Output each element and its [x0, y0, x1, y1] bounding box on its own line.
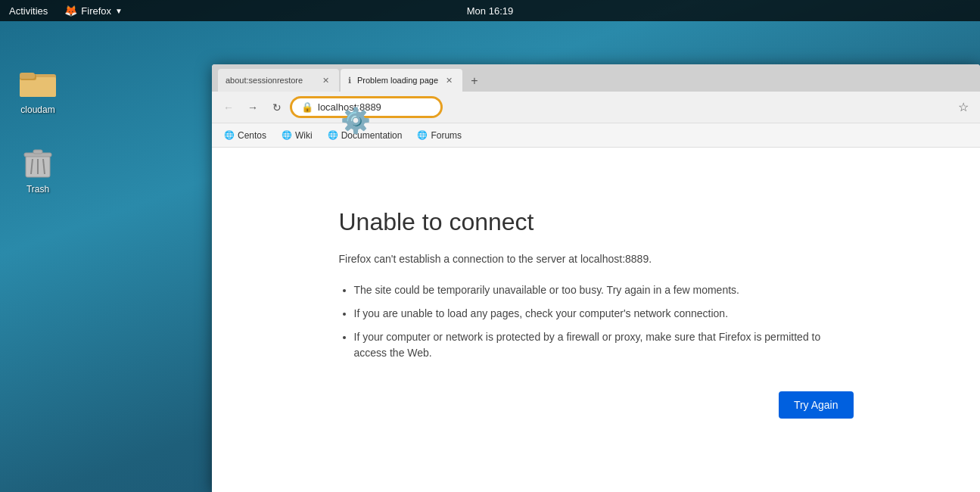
page-content: Unable to connect Firefox can't establis…	[212, 148, 980, 492]
error-bullet-3: If your computer or network is protected…	[354, 329, 854, 361]
cloudam-label: cloudam	[20, 104, 54, 115]
system-clock: Mon 16:19	[467, 5, 513, 17]
firefox-label: Firefox	[81, 5, 111, 17]
bookmark-centos-icon: 🌐	[224, 130, 235, 140]
bookmark-wiki-icon: 🌐	[282, 130, 292, 140]
bookmark-forums[interactable]: 🌐 Forums	[411, 128, 468, 143]
bookmark-doc-icon: 🌐	[328, 130, 338, 140]
bookmark-centos[interactable]: 🌐 Centos	[218, 128, 272, 143]
bookmark-wiki-label: Wiki	[295, 130, 313, 141]
bookmark-forums-label: Forums	[431, 130, 462, 141]
address-bar-wrapper: 🔒 localhost:8889	[291, 97, 950, 117]
system-bar: Activities 🦊 Firefox ▼ Mon 16:19	[0, 0, 980, 21]
bookmark-forums-icon: 🌐	[417, 130, 428, 140]
error-bullet-1: The site could be temporarily unavailabl…	[354, 282, 854, 298]
trash-icon	[20, 145, 56, 181]
tab-problem-close[interactable]: ✕	[443, 74, 455, 86]
trash-label: Trash	[26, 184, 49, 195]
bookmark-centos-label: Centos	[238, 130, 266, 141]
desktop-icon-cloudam[interactable]: cloudam	[15, 61, 61, 120]
forward-button[interactable]: →	[242, 97, 263, 118]
error-description: Firefox can't establish a connection to …	[339, 251, 854, 267]
tab-problem[interactable]: ℹ Problem loading page ✕	[341, 69, 462, 92]
error-title: Unable to connect	[339, 208, 854, 236]
desktop-icon-trash[interactable]: Trash	[15, 140, 61, 199]
error-container: Unable to connect Firefox can't establis…	[309, 208, 884, 419]
try-again-button[interactable]: Try Again	[779, 391, 854, 419]
error-list: The site could be temporarily unavailabl…	[354, 282, 854, 361]
tab-session[interactable]: about:sessionrestore ✕	[218, 69, 339, 92]
firefox-icon: 🦊	[64, 5, 77, 17]
firefox-menu-button[interactable]: 🦊 Firefox ▼	[57, 0, 130, 21]
address-bar-shield-icon: 🔒	[301, 101, 313, 113]
firefox-dropdown-arrow: ▼	[115, 7, 123, 15]
tab-session-label: about:sessionrestore	[226, 76, 303, 85]
error-bullet-2: If you are unable to load any pages, che…	[354, 306, 854, 322]
bookmark-wiki[interactable]: 🌐 Wiki	[275, 128, 319, 143]
svg-rect-6	[33, 150, 42, 154]
svg-rect-3	[20, 73, 35, 79]
reload-button[interactable]: ↻	[266, 97, 288, 118]
system-bar-left: Activities 🦊 Firefox ▼	[0, 0, 130, 21]
new-tab-button[interactable]: +	[464, 70, 485, 92]
bookmark-star-button[interactable]: ☆	[953, 97, 974, 118]
nav-bar: ← → ↻ 🔒 localhost:8889 ☆	[212, 92, 980, 123]
tab-problem-label: Problem loading page	[357, 76, 438, 85]
jupyter-loading-icon: ⚙️	[341, 106, 371, 135]
folder-icon	[20, 65, 56, 101]
tab-bar: about:sessionrestore ✕ ℹ Problem loading…	[212, 64, 980, 92]
tab-problem-info-icon: ℹ	[348, 76, 351, 86]
bookmarks-bar: 🌐 Centos 🌐 Wiki 🌐 Documentation 🌐 Forums	[212, 123, 980, 148]
back-button[interactable]: ←	[218, 97, 239, 118]
browser-window: about:sessionrestore ✕ ℹ Problem loading…	[212, 64, 980, 492]
activities-button[interactable]: Activities	[0, 0, 57, 21]
tab-session-close[interactable]: ✕	[319, 74, 331, 86]
